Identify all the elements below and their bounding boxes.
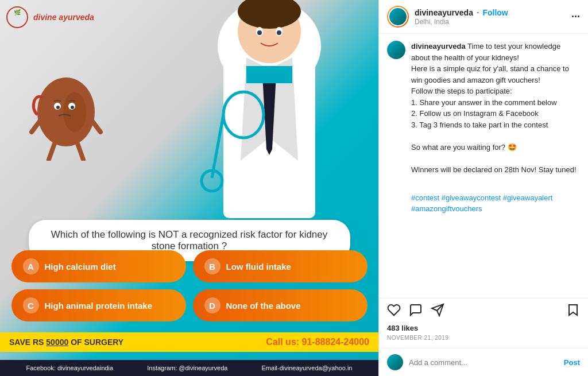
post-date: NOVEMBER 21, 2019 bbox=[387, 335, 580, 341]
caption-content: divineayurveda Time to test your knowled… bbox=[411, 41, 580, 215]
option-d[interactable]: D None of the above bbox=[193, 289, 368, 321]
logo-text: divine ayurveda bbox=[33, 13, 94, 22]
like-icon[interactable] bbox=[387, 303, 401, 320]
share-icon[interactable] bbox=[431, 303, 444, 320]
answer-options: A High calcium diet B Low fluid intake C… bbox=[11, 250, 368, 321]
svg-point-15 bbox=[277, 30, 281, 35]
save-text: SAVE RS 50000 OF SURGERY bbox=[9, 338, 123, 347]
avatar bbox=[387, 6, 409, 28]
username-label: divineayurveda bbox=[415, 8, 473, 17]
svg-line-26 bbox=[49, 144, 55, 160]
kidney-character bbox=[29, 75, 103, 161]
caption-avatar bbox=[387, 41, 405, 59]
svg-line-25 bbox=[92, 121, 100, 132]
svg-point-23 bbox=[71, 106, 74, 109]
caption-text: Time to test your knowledge about the he… bbox=[411, 42, 577, 174]
follow-button[interactable]: Follow bbox=[482, 8, 508, 17]
more-options-button[interactable]: ··· bbox=[571, 11, 580, 23]
header-left: divineayurveda · Follow Delhi, India bbox=[387, 6, 508, 28]
svg-point-19 bbox=[63, 92, 86, 132]
caption-avatar-row: divineayurveda Time to test your knowled… bbox=[387, 41, 580, 215]
option-a-letter: A bbox=[23, 258, 39, 274]
option-b-letter: B bbox=[204, 258, 220, 274]
svg-marker-30 bbox=[569, 305, 577, 315]
avatar-inner bbox=[388, 7, 408, 26]
option-a-text: High calcium diet bbox=[45, 262, 116, 272]
footer-facebook: Facebook: divineayurvedaindia bbox=[26, 365, 114, 371]
post-comment-button[interactable]: Post bbox=[564, 358, 580, 367]
option-d-text: None of the above bbox=[226, 301, 301, 311]
username-row: divineayurveda · Follow bbox=[415, 7, 508, 18]
comment-input[interactable] bbox=[409, 358, 558, 367]
option-a[interactable]: A High calcium diet bbox=[11, 250, 186, 282]
svg-line-8 bbox=[212, 115, 223, 178]
action-icons-row bbox=[387, 303, 580, 320]
dot-separator: · bbox=[477, 7, 479, 18]
promo-bar: SAVE RS 50000 OF SURGERY Call us: 91-888… bbox=[0, 332, 378, 352]
svg-text:🌿: 🌿 bbox=[14, 9, 21, 16]
image-footer: Facebook: divineayurvedaindia Instagram:… bbox=[0, 360, 378, 376]
svg-rect-6 bbox=[246, 66, 292, 83]
call-number: Call us: 91-88824-24000 bbox=[266, 337, 369, 347]
svg-line-27 bbox=[78, 144, 83, 160]
post-caption: divineayurveda Time to test your knowled… bbox=[379, 34, 588, 298]
svg-point-22 bbox=[56, 106, 60, 109]
svg-line-24 bbox=[32, 121, 40, 132]
caption-username: divineayurveda bbox=[411, 42, 466, 51]
post-actions: 483 likes NOVEMBER 21, 2019 bbox=[379, 298, 588, 348]
action-icons-left bbox=[387, 303, 444, 320]
save-icon[interactable] bbox=[566, 303, 580, 320]
footer-email: Email-divineayurveda@yahoo.in bbox=[262, 365, 353, 371]
likes-count: 483 likes bbox=[387, 324, 580, 332]
commenter-avatar bbox=[387, 354, 403, 370]
comment-icon[interactable] bbox=[409, 303, 423, 320]
header-info: divineayurveda · Follow Delhi, India bbox=[415, 7, 508, 26]
post-sidebar: divineayurveda · Follow Delhi, India ···… bbox=[379, 0, 588, 376]
option-b[interactable]: B Low fluid intake bbox=[193, 250, 368, 282]
post-image: 🌿 divine ayurveda bbox=[0, 0, 379, 376]
brand-logo: 🌿 divine ayurveda bbox=[6, 6, 94, 29]
footer-instagram: Instagram: @divineayurveda bbox=[147, 365, 227, 371]
hashtags: #contest #giveawaycontest #giveawayalert… bbox=[411, 192, 580, 215]
save-amount: 50000 bbox=[46, 338, 68, 347]
svg-point-14 bbox=[257, 30, 262, 35]
option-c-text: High animal protein intake bbox=[45, 301, 153, 311]
location-label: Delhi, India bbox=[415, 18, 508, 26]
logo-icon: 🌿 bbox=[6, 6, 29, 29]
option-b-text: Low fluid intake bbox=[226, 262, 291, 272]
doctor-illustration bbox=[160, 0, 378, 247]
option-c[interactable]: C High animal protein intake bbox=[11, 289, 186, 321]
comment-box: Post bbox=[379, 348, 588, 376]
question-text: Which of the following is NOT a recogniz… bbox=[51, 229, 328, 251]
option-d-letter: D bbox=[204, 297, 220, 313]
post-header: divineayurveda · Follow Delhi, India ··· bbox=[379, 0, 588, 34]
option-c-letter: C bbox=[23, 297, 39, 313]
